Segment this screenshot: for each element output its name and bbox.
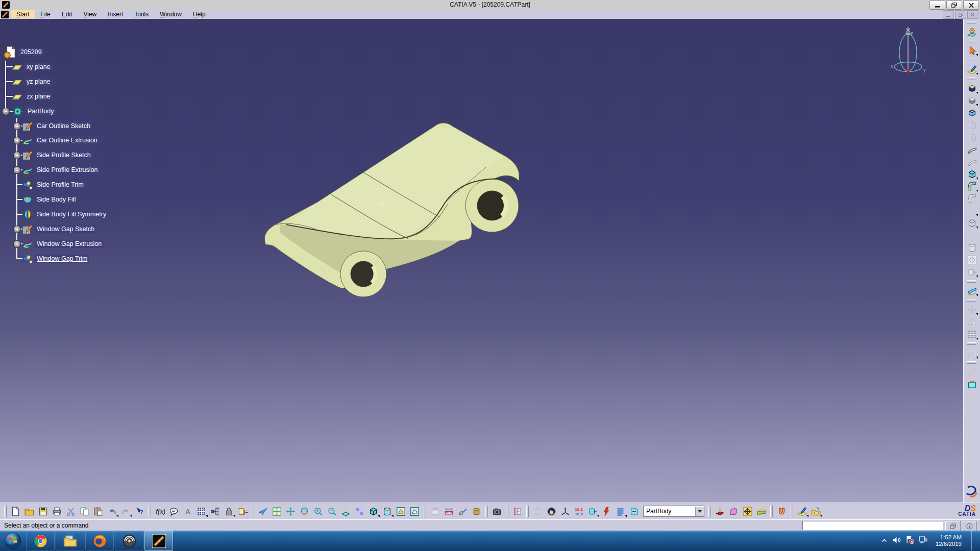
tree-item-label[interactable]: 205209: [18, 48, 44, 56]
menu-insert[interactable]: Insert: [102, 10, 129, 18]
taskbar-catia-button[interactable]: [144, 531, 173, 551]
toolbar-handle[interactable]: [967, 299, 976, 302]
mdi-close-button[interactable]: [967, 10, 978, 19]
tree-expander-expand[interactable]: +: [13, 152, 21, 159]
fit-all-in-button[interactable]: [270, 505, 284, 518]
taskbar-file-explorer-button[interactable]: [56, 531, 84, 551]
sketch-with-support-button[interactable]: [795, 505, 809, 518]
mdi-restore-button[interactable]: [955, 10, 966, 19]
taskbar-clock[interactable]: 1:52 AM12/6/2019: [933, 534, 965, 547]
boolean-operation-button[interactable]: [727, 505, 741, 518]
multi-sections-solid-button[interactable]: [965, 168, 978, 180]
toolbar-handle[interactable]: [526, 506, 529, 517]
undo-button[interactable]: [105, 505, 119, 518]
constraint-button[interactable]: [510, 505, 524, 518]
select-tool-button[interactable]: [965, 44, 978, 57]
toolbar-handle[interactable]: [506, 506, 508, 517]
rotate-button[interactable]: [298, 505, 311, 518]
annotation-button[interactable]: [181, 505, 194, 518]
tree-expander-collapse[interactable]: −: [2, 108, 10, 115]
menu-start[interactable]: Start: [11, 10, 35, 18]
tree-item[interactable]: 205209: [3, 46, 44, 58]
tree-expander-expand[interactable]: +: [13, 166, 21, 174]
mdi-minimize-button[interactable]: [943, 10, 954, 19]
tree-item-label[interactable]: Side Profile Trim: [35, 181, 86, 189]
profile-tool-button[interactable]: [775, 505, 789, 518]
measure-inertia-button[interactable]: [470, 505, 483, 518]
lock-button[interactable]: [222, 505, 236, 518]
print-button[interactable]: [50, 505, 64, 518]
cut-button[interactable]: [64, 505, 78, 518]
close-surface-button[interactable]: [965, 266, 978, 278]
network-icon[interactable]: [919, 536, 928, 546]
thickness-button[interactable]: [965, 229, 978, 241]
open-sketch-button[interactable]: [809, 505, 823, 518]
tree-expander-expand[interactable]: +: [13, 122, 21, 130]
power-input[interactable]: [802, 521, 943, 530]
menu-tools[interactable]: Tools: [129, 10, 154, 18]
toolbar-handle[interactable]: [967, 59, 976, 61]
formula-button[interactable]: [153, 505, 167, 518]
tree-item[interactable]: yz plane: [12, 76, 53, 88]
rotation-sphere-button[interactable]: [545, 505, 558, 518]
tree-item-label[interactable]: Car Outline Extrusion: [35, 136, 100, 144]
toolbar-handle[interactable]: [967, 342, 976, 345]
menu-help[interactable]: Help: [187, 10, 211, 18]
tree-item-label[interactable]: Window Gap Sketch: [35, 225, 96, 233]
toolbar-handle[interactable]: [4, 506, 7, 517]
axis-system-button[interactable]: [558, 505, 572, 518]
shaft-button[interactable]: [965, 119, 978, 131]
tree-item-label[interactable]: Window Gap Trim: [35, 255, 89, 263]
toolbar-handle[interactable]: [967, 40, 976, 42]
design-table-button[interactable]: [194, 505, 208, 518]
tree-item[interactable]: PartBody: [12, 105, 56, 117]
split-button[interactable]: [965, 285, 978, 297]
tree-item-label[interactable]: yz plane: [24, 78, 53, 86]
tree-expander-expand[interactable]: +: [13, 240, 21, 248]
snap-options-button[interactable]: [741, 505, 754, 518]
pad-button[interactable]: [965, 82, 978, 94]
minimize-button[interactable]: [929, 1, 945, 10]
normal-view-button[interactable]: [339, 505, 353, 518]
tree-item[interactable]: Side Profile Extrusion: [22, 164, 100, 176]
tree-item[interactable]: Side Profile Sketch: [22, 149, 93, 161]
mirror-button[interactable]: [965, 316, 978, 328]
restore-button[interactable]: [946, 1, 962, 10]
copy-button[interactable]: [78, 505, 91, 518]
tree-item-label[interactable]: zx plane: [24, 92, 53, 101]
close-button[interactable]: [963, 1, 979, 10]
scaling-button[interactable]: [965, 347, 978, 359]
toolbar-handle[interactable]: [967, 78, 976, 80]
tree-item[interactable]: Window Gap Trim: [22, 253, 89, 265]
pan-button[interactable]: [284, 505, 298, 518]
fly-mode-button[interactable]: [256, 505, 270, 518]
exchange-3d-print-button[interactable]: [428, 505, 442, 518]
tree-item[interactable]: Side Profile Trim: [22, 179, 86, 191]
tree-item[interactable]: Side Body Fill Symmetry: [22, 208, 108, 220]
expand-power-input-button[interactable]: [945, 521, 961, 531]
groove-button[interactable]: [965, 131, 978, 143]
drafted-filleted-pad-button[interactable]: [965, 94, 978, 107]
tree-expander-expand[interactable]: +: [13, 137, 21, 144]
decimal-precision-button[interactable]: [572, 505, 586, 518]
relations-button[interactable]: [236, 505, 250, 518]
toolbar-handle[interactable]: [149, 506, 151, 517]
update-all-button[interactable]: [600, 505, 614, 518]
new-document-button[interactable]: [9, 505, 22, 518]
parent-children-links-button[interactable]: [208, 505, 222, 518]
isometric-view-button[interactable]: [366, 505, 380, 518]
swap-visible-space-button[interactable]: [531, 505, 545, 518]
show-desktop-button[interactable]: [971, 531, 978, 550]
menu-file[interactable]: File: [35, 10, 56, 18]
tree-item-label[interactable]: PartBody: [26, 107, 56, 115]
translation-button[interactable]: [965, 304, 978, 316]
toolbar-handle[interactable]: [967, 21, 976, 23]
catalog-browser-button[interactable]: [627, 505, 641, 518]
tree-item-label[interactable]: Window Gap Extrusion: [35, 240, 104, 248]
tree-item-label[interactable]: Side Body Fill Symmetry: [35, 210, 108, 218]
specifications-list-button[interactable]: [614, 505, 627, 518]
show-hidden-icons-icon[interactable]: [881, 536, 888, 545]
tree-item-label[interactable]: Side Profile Sketch: [35, 151, 93, 159]
create-multi-view-button[interactable]: [353, 505, 366, 518]
pocket-button[interactable]: [965, 107, 978, 119]
